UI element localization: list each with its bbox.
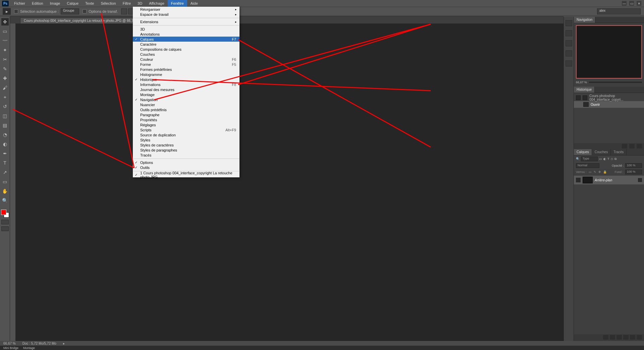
collapsed-panel-icon[interactable] [566, 20, 572, 26]
menu-item-trac-s[interactable]: Tracés [133, 152, 239, 158]
menu-item-styles-de-caract-res[interactable]: Styles de caractères [133, 142, 239, 147]
fg-swatch[interactable] [1, 210, 6, 215]
tool-preset-icon[interactable]: ▸ [3, 8, 11, 15]
menu-texte[interactable]: Texte [82, 0, 97, 7]
menu-item-3d[interactable]: 3D [133, 27, 239, 32]
tool-move[interactable]: ✥ [1, 18, 9, 26]
menu-fichier[interactable]: Fichier [11, 0, 29, 7]
nav-zoom-slider[interactable] [589, 82, 642, 83]
lock-icon[interactable]: 🔒 [603, 170, 607, 174]
new-icon[interactable] [630, 335, 635, 340]
minimize-button[interactable]: — [622, 1, 627, 6]
tool-history[interactable]: ↺ [1, 103, 9, 110]
blend-mode-dropdown[interactable]: Normal [576, 163, 599, 168]
opacity-value[interactable]: 100 % [625, 163, 642, 168]
filter-icon[interactable]: ◇ [611, 157, 613, 161]
menu-item-caract-re[interactable]: Caractère [133, 42, 239, 47]
menu-item-paragraphe[interactable]: Paragraphe [133, 112, 239, 117]
history-step[interactable]: Ouvrir [574, 101, 644, 108]
collapsed-panel-icon[interactable] [566, 30, 572, 36]
tab-navigation[interactable]: Navigation [574, 17, 595, 23]
navigator-thumb[interactable] [576, 25, 642, 79]
tool-lasso[interactable]: 〰 [1, 37, 9, 44]
menu-affichage[interactable]: Affichage [146, 0, 168, 7]
collapsed-panel-icon[interactable] [566, 50, 572, 56]
lock-icon[interactable]: ▭ [589, 170, 592, 174]
collapsed-panel-icon[interactable] [566, 60, 572, 67]
menu-image[interactable]: Image [47, 0, 64, 7]
lock-icon[interactable]: ✎ [594, 170, 596, 174]
tool-wand[interactable]: ✦ [1, 46, 9, 54]
tool-heal[interactable]: ✚ [1, 75, 9, 82]
tool-shape[interactable]: ▭ [1, 178, 9, 185]
tool-zoom[interactable]: 🔍 [1, 197, 9, 204]
menu-item-outils-pr-d-finis[interactable]: Outils prédéfinis [133, 107, 239, 112]
menu-item-styles[interactable]: Styles [133, 137, 239, 142]
quickmask-button[interactable] [1, 220, 9, 224]
tool-marquee[interactable]: ▭ [1, 28, 9, 35]
tab-traces[interactable]: Tracés [611, 149, 627, 155]
mask-icon[interactable] [610, 335, 615, 340]
menu-item-histogramme[interactable]: Histogramme [133, 72, 239, 77]
tool-stamp[interactable]: ⌖ [1, 93, 9, 101]
menu-item-navigation[interactable]: Navigation [133, 97, 239, 102]
tool-hand[interactable]: ✋ [1, 187, 9, 195]
fill-value[interactable]: 100 % [625, 170, 642, 174]
menu-item-1-cours-photoshop-004-interfac[interactable]: 1 Cours photoshop 004_interface_copyrigh… [133, 172, 239, 177]
group-icon[interactable] [623, 335, 629, 340]
menu-item-r-glages[interactable]: Réglages [133, 122, 239, 127]
menu-sélection[interactable]: Sélection [97, 0, 119, 7]
foot-icon[interactable] [622, 144, 627, 148]
auto-select-dropdown[interactable]: Groupe [61, 8, 79, 14]
screenmode-button[interactable] [1, 226, 9, 231]
tab-minibridge[interactable]: Mini Bridge [3, 346, 18, 350]
tool-dodge[interactable]: ◐ [1, 140, 9, 148]
maximize-button[interactable]: ▭ [629, 1, 634, 6]
menu-item-historique[interactable]: Historique [133, 77, 239, 82]
tool-crop[interactable]: ✂ [1, 56, 9, 63]
transform-checkbox[interactable] [83, 9, 87, 13]
tool-blur[interactable]: ◔ [1, 131, 9, 138]
close-button[interactable]: ✕ [637, 1, 641, 6]
menu-edition[interactable]: Edition [29, 0, 47, 7]
tool-gradient[interactable]: ▤ [1, 122, 9, 129]
tool-type[interactable]: T [1, 159, 9, 167]
menu-item-informations[interactable]: InformationsF8 [133, 82, 239, 87]
filter-icon[interactable]: ▭ [599, 157, 602, 161]
menu-item-options[interactable]: Options [133, 160, 239, 165]
filter-icon[interactable]: ⧉ [614, 157, 616, 161]
tool-eraser[interactable]: ◫ [1, 112, 9, 120]
filter-icon[interactable]: T [607, 157, 609, 161]
foot-icon[interactable] [637, 144, 642, 148]
fx-icon[interactable] [603, 335, 608, 340]
filter-type-dropdown[interactable]: Type [581, 157, 598, 161]
auto-select-checkbox[interactable] [14, 9, 18, 13]
menu-item-forme[interactable]: FormeF5 [133, 62, 239, 67]
menu-item-outils[interactable]: Outils [133, 165, 239, 170]
tab-calques[interactable]: Calques [574, 149, 592, 155]
adjust-icon[interactable] [616, 335, 622, 340]
user-dropdown[interactable]: alex [597, 8, 641, 14]
menu-item-styles-de-paragraphes[interactable]: Styles de paragraphes [133, 147, 239, 152]
menu-item-formes-pr-d-finies[interactable]: Formes prédéfinies [133, 67, 239, 72]
menu-aide[interactable]: Aide [187, 0, 201, 7]
tab-historique[interactable]: Historique [574, 87, 595, 93]
menu-item-scripts[interactable]: ScriptsAlt+F9 [133, 127, 239, 132]
menu-item-extensions[interactable]: Extensions [133, 19, 239, 24]
filter-icon[interactable]: ◐ [603, 157, 606, 161]
menu-item-compositions-de-calques[interactable]: Compositions de calques [133, 47, 239, 52]
menu-item-couleur[interactable]: CouleurF6 [133, 57, 239, 62]
menu-item-nuancier[interactable]: Nuancier [133, 102, 239, 107]
menu-item-calques[interactable]: CalquesF7 [133, 37, 239, 42]
menu-item-couches[interactable]: Couches [133, 52, 239, 57]
history-snapshot[interactable]: Cours photoshop 004_interface_copyri... [574, 94, 644, 101]
visibility-icon[interactable] [576, 178, 581, 182]
align-icon[interactable] [121, 8, 127, 14]
foot-icon[interactable] [629, 144, 635, 148]
tab-montage[interactable]: Montage [23, 346, 35, 350]
tool-eyedrop[interactable]: ✎ [1, 65, 9, 73]
menu-calque[interactable]: Calque [63, 0, 82, 7]
menu-item-r-organiser[interactable]: Réorganiser [133, 7, 239, 12]
collapsed-panel-icon[interactable] [566, 40, 572, 46]
menu-3d[interactable]: 3D [134, 0, 146, 7]
